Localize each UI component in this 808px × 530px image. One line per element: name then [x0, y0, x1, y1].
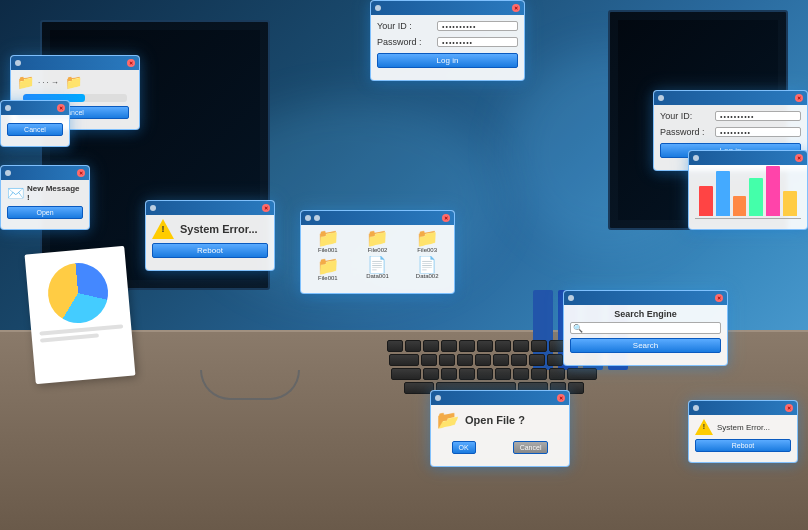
folder-icon: 📁 — [317, 229, 339, 247]
file-label: Data001 — [366, 273, 389, 279]
search-engine-window: ✕ Search Engine 🔍 Search — [563, 290, 728, 366]
open-file-prompt: Open File ? — [465, 414, 525, 426]
cancel-button[interactable]: Cancel — [7, 123, 63, 136]
doc-line-2 — [40, 333, 99, 342]
file-item[interactable]: 📁 File001 — [305, 229, 351, 253]
close-icon[interactable]: ✕ — [557, 394, 565, 402]
file-label: File001 — [318, 275, 338, 281]
kbd-key — [529, 354, 545, 366]
close-icon[interactable]: ✕ — [715, 294, 723, 302]
kbd-key — [459, 368, 475, 380]
id-input[interactable]: •••••••••• — [437, 21, 518, 31]
error-body: ! System Error... Reboot — [146, 215, 274, 262]
password-label: Password : — [377, 37, 437, 47]
kbd-key — [391, 368, 421, 380]
kbd-key — [477, 340, 493, 352]
kbd-row-3 — [260, 368, 728, 380]
file-item[interactable]: 📄 Data001 — [355, 257, 401, 281]
file-item[interactable]: 📄 Data002 — [404, 257, 450, 281]
titlebar-dot — [435, 395, 441, 401]
system-error-window: ✕ ! System Error... Reboot — [145, 200, 275, 271]
close-icon[interactable]: ✕ — [512, 4, 520, 12]
reboot-button[interactable]: Reboot — [152, 243, 268, 258]
id-dots-r: •••••••••• — [720, 113, 755, 120]
titlebar-dot — [5, 170, 11, 176]
open-file-body: 📂 Open File ? OK Cancel — [431, 405, 569, 458]
kbd-key — [421, 354, 437, 366]
system-error-br-window: ✕ ! System Error... Reboot — [688, 400, 798, 463]
chart-bar — [749, 178, 763, 216]
ok-button[interactable]: OK — [452, 441, 476, 454]
titlebar-dot — [568, 295, 574, 301]
close-icon[interactable]: ✕ — [442, 214, 450, 222]
file-label: File003 — [417, 247, 437, 253]
search-bar[interactable]: 🔍 — [570, 322, 721, 334]
message-body: ✉️ New Message ! Open — [1, 180, 89, 223]
file-item[interactable]: 📁 File003 — [404, 229, 450, 253]
chart-body — [689, 165, 807, 223]
close-icon[interactable]: ✕ — [127, 59, 135, 67]
kbd-key — [441, 340, 457, 352]
file-label: Data002 — [416, 273, 439, 279]
id-dots: •••••••••• — [442, 23, 477, 30]
kbd-key — [513, 368, 529, 380]
folder-icon: 📁 — [17, 74, 34, 90]
chart-bar — [716, 171, 730, 216]
folder-icon-2: 📁 — [65, 74, 82, 90]
search-icon: 🔍 — [571, 324, 585, 333]
password-input-r[interactable]: ••••••••• — [715, 127, 801, 137]
reboot-button-br[interactable]: Reboot — [695, 439, 791, 452]
doc-chart-circle — [46, 261, 111, 326]
kbd-key — [423, 368, 439, 380]
error-br-titlebar: ✕ — [689, 401, 797, 415]
new-message-window: ✕ ✉️ New Message ! Open — [0, 165, 90, 230]
login-button[interactable]: Log in — [377, 53, 518, 68]
doc-content — [25, 246, 133, 354]
kbd-key — [423, 340, 439, 352]
login-window-top: ✕ Your ID : •••••••••• Password : ••••••… — [370, 0, 525, 81]
open-button[interactable]: Open — [7, 206, 83, 219]
kbd-key — [475, 354, 491, 366]
close-icon[interactable]: ✕ — [57, 104, 65, 112]
error-text: System Error... — [180, 223, 258, 235]
file-item[interactable]: 📁 File001 — [305, 257, 351, 281]
kbd-key — [495, 340, 511, 352]
close-icon[interactable]: ✕ — [795, 94, 803, 102]
id-input-r[interactable]: •••••••••• — [715, 111, 801, 121]
chart-bar — [783, 191, 797, 216]
cancel-button[interactable]: Cancel — [513, 441, 549, 454]
error-br-text: System Error... — [717, 423, 770, 432]
pass-dots-r: ••••••••• — [720, 129, 751, 136]
your-id-label: Your ID : — [377, 21, 437, 31]
envelope-icon: ✉️ — [7, 185, 24, 201]
chart-titlebar: ✕ — [689, 151, 807, 165]
document-paper — [25, 246, 136, 384]
kbd-key — [547, 354, 563, 366]
chart-bar — [766, 166, 780, 216]
close-icon[interactable]: ✕ — [785, 404, 793, 412]
warning-triangle-icon: ! — [152, 219, 174, 239]
doc-icon: 📄 — [367, 257, 387, 273]
close-icon[interactable]: ✕ — [77, 169, 85, 177]
kbd-key — [457, 354, 473, 366]
folder-icon: 📁 — [317, 257, 339, 275]
open-folder-icon: 📂 — [437, 409, 459, 431]
titlebar-dot — [15, 60, 21, 66]
close-icon[interactable]: ✕ — [795, 154, 803, 162]
open-file-window: ✕ 📂 Open File ? OK Cancel — [430, 390, 570, 467]
search-input[interactable] — [585, 323, 720, 333]
titlebar-dot — [693, 405, 699, 411]
chart-bar — [699, 186, 713, 216]
bar-chart — [695, 169, 801, 219]
warning-icon-small: ! — [695, 419, 713, 435]
folder-icon: 📁 — [416, 229, 438, 247]
close-icon[interactable]: ✕ — [262, 204, 270, 212]
search-button[interactable]: Search — [570, 338, 721, 353]
kbd-key — [389, 354, 419, 366]
kbd-key — [513, 340, 529, 352]
password-input[interactable]: ••••••••• — [437, 37, 518, 47]
message-titlebar: ✕ — [1, 166, 89, 180]
file-manager-window: ✕ 📁 File001 📁 File002 📁 File003 📁 File00… — [300, 210, 455, 294]
search-titlebar: ✕ — [564, 291, 727, 305]
file-item[interactable]: 📁 File002 — [355, 229, 401, 253]
